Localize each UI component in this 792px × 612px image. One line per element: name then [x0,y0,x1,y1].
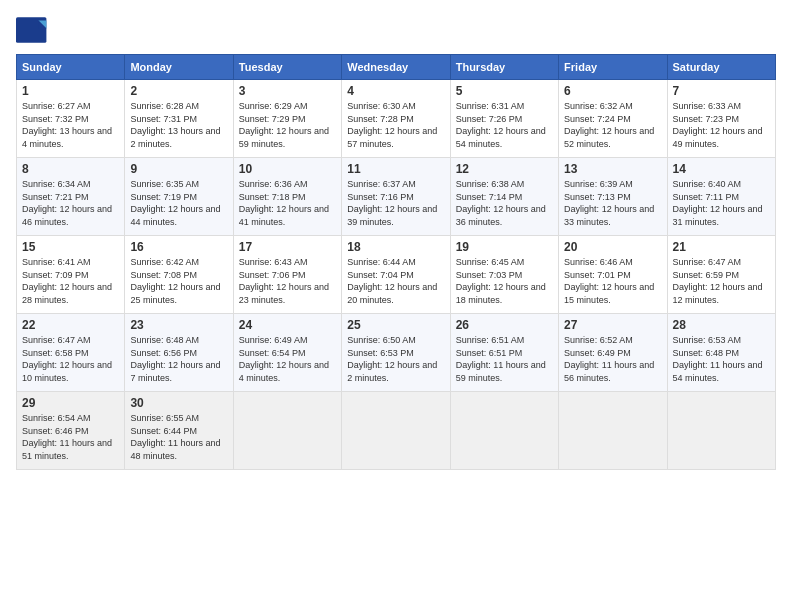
calendar-cell: 16 Sunrise: 6:42 AM Sunset: 7:08 PM Dayl… [125,236,233,314]
weekday-header: Saturday [667,55,775,80]
calendar-cell: 5 Sunrise: 6:31 AM Sunset: 7:26 PM Dayli… [450,80,558,158]
day-number: 18 [347,240,444,254]
calendar-cell: 22 Sunrise: 6:47 AM Sunset: 6:58 PM Dayl… [17,314,125,392]
day-info: Sunrise: 6:33 AM Sunset: 7:23 PM Dayligh… [673,100,770,150]
weekday-header: Sunday [17,55,125,80]
calendar-cell: 11 Sunrise: 6:37 AM Sunset: 7:16 PM Dayl… [342,158,450,236]
weekday-header: Friday [559,55,667,80]
day-number: 23 [130,318,227,332]
day-info: Sunrise: 6:54 AM Sunset: 6:46 PM Dayligh… [22,412,119,462]
calendar-cell: 23 Sunrise: 6:48 AM Sunset: 6:56 PM Dayl… [125,314,233,392]
logo [16,16,52,44]
day-info: Sunrise: 6:29 AM Sunset: 7:29 PM Dayligh… [239,100,336,150]
day-info: Sunrise: 6:28 AM Sunset: 7:31 PM Dayligh… [130,100,227,150]
calendar-cell: 9 Sunrise: 6:35 AM Sunset: 7:19 PM Dayli… [125,158,233,236]
calendar-cell: 25 Sunrise: 6:50 AM Sunset: 6:53 PM Dayl… [342,314,450,392]
day-number: 11 [347,162,444,176]
day-info: Sunrise: 6:51 AM Sunset: 6:51 PM Dayligh… [456,334,553,384]
day-number: 28 [673,318,770,332]
calendar-cell: 17 Sunrise: 6:43 AM Sunset: 7:06 PM Dayl… [233,236,341,314]
page-header [16,16,776,44]
day-number: 8 [22,162,119,176]
day-number: 16 [130,240,227,254]
day-number: 14 [673,162,770,176]
calendar-cell: 10 Sunrise: 6:36 AM Sunset: 7:18 PM Dayl… [233,158,341,236]
day-number: 5 [456,84,553,98]
day-number: 3 [239,84,336,98]
calendar-cell: 29 Sunrise: 6:54 AM Sunset: 6:46 PM Dayl… [17,392,125,470]
day-info: Sunrise: 6:35 AM Sunset: 7:19 PM Dayligh… [130,178,227,228]
day-number: 26 [456,318,553,332]
logo-icon [16,16,48,44]
weekday-header: Tuesday [233,55,341,80]
calendar-cell [667,392,775,470]
day-number: 9 [130,162,227,176]
calendar-cell: 20 Sunrise: 6:46 AM Sunset: 7:01 PM Dayl… [559,236,667,314]
calendar-cell: 14 Sunrise: 6:40 AM Sunset: 7:11 PM Dayl… [667,158,775,236]
day-info: Sunrise: 6:49 AM Sunset: 6:54 PM Dayligh… [239,334,336,384]
day-number: 19 [456,240,553,254]
day-number: 22 [22,318,119,332]
calendar-cell: 26 Sunrise: 6:51 AM Sunset: 6:51 PM Dayl… [450,314,558,392]
calendar-cell: 4 Sunrise: 6:30 AM Sunset: 7:28 PM Dayli… [342,80,450,158]
day-info: Sunrise: 6:55 AM Sunset: 6:44 PM Dayligh… [130,412,227,462]
day-info: Sunrise: 6:40 AM Sunset: 7:11 PM Dayligh… [673,178,770,228]
day-number: 15 [22,240,119,254]
day-info: Sunrise: 6:48 AM Sunset: 6:56 PM Dayligh… [130,334,227,384]
day-number: 25 [347,318,444,332]
day-info: Sunrise: 6:31 AM Sunset: 7:26 PM Dayligh… [456,100,553,150]
day-info: Sunrise: 6:38 AM Sunset: 7:14 PM Dayligh… [456,178,553,228]
calendar-cell [342,392,450,470]
calendar-cell: 19 Sunrise: 6:45 AM Sunset: 7:03 PM Dayl… [450,236,558,314]
calendar-cell [559,392,667,470]
day-info: Sunrise: 6:45 AM Sunset: 7:03 PM Dayligh… [456,256,553,306]
day-number: 1 [22,84,119,98]
calendar-cell: 15 Sunrise: 6:41 AM Sunset: 7:09 PM Dayl… [17,236,125,314]
day-info: Sunrise: 6:36 AM Sunset: 7:18 PM Dayligh… [239,178,336,228]
day-info: Sunrise: 6:47 AM Sunset: 6:59 PM Dayligh… [673,256,770,306]
day-number: 30 [130,396,227,410]
calendar-cell: 24 Sunrise: 6:49 AM Sunset: 6:54 PM Dayl… [233,314,341,392]
calendar-cell: 6 Sunrise: 6:32 AM Sunset: 7:24 PM Dayli… [559,80,667,158]
calendar-cell: 2 Sunrise: 6:28 AM Sunset: 7:31 PM Dayli… [125,80,233,158]
day-number: 7 [673,84,770,98]
day-info: Sunrise: 6:47 AM Sunset: 6:58 PM Dayligh… [22,334,119,384]
weekday-header: Thursday [450,55,558,80]
calendar-cell: 27 Sunrise: 6:52 AM Sunset: 6:49 PM Dayl… [559,314,667,392]
day-info: Sunrise: 6:32 AM Sunset: 7:24 PM Dayligh… [564,100,661,150]
calendar-cell: 7 Sunrise: 6:33 AM Sunset: 7:23 PM Dayli… [667,80,775,158]
day-number: 29 [22,396,119,410]
day-info: Sunrise: 6:42 AM Sunset: 7:08 PM Dayligh… [130,256,227,306]
day-number: 21 [673,240,770,254]
day-number: 4 [347,84,444,98]
calendar-cell: 12 Sunrise: 6:38 AM Sunset: 7:14 PM Dayl… [450,158,558,236]
day-number: 27 [564,318,661,332]
calendar-cell: 1 Sunrise: 6:27 AM Sunset: 7:32 PM Dayli… [17,80,125,158]
day-number: 6 [564,84,661,98]
day-number: 13 [564,162,661,176]
calendar-cell [450,392,558,470]
day-info: Sunrise: 6:46 AM Sunset: 7:01 PM Dayligh… [564,256,661,306]
day-number: 20 [564,240,661,254]
day-info: Sunrise: 6:50 AM Sunset: 6:53 PM Dayligh… [347,334,444,384]
day-info: Sunrise: 6:43 AM Sunset: 7:06 PM Dayligh… [239,256,336,306]
calendar-cell: 18 Sunrise: 6:44 AM Sunset: 7:04 PM Dayl… [342,236,450,314]
calendar-cell: 28 Sunrise: 6:53 AM Sunset: 6:48 PM Dayl… [667,314,775,392]
day-info: Sunrise: 6:30 AM Sunset: 7:28 PM Dayligh… [347,100,444,150]
weekday-header: Monday [125,55,233,80]
day-number: 2 [130,84,227,98]
day-info: Sunrise: 6:52 AM Sunset: 6:49 PM Dayligh… [564,334,661,384]
day-info: Sunrise: 6:34 AM Sunset: 7:21 PM Dayligh… [22,178,119,228]
calendar-cell: 30 Sunrise: 6:55 AM Sunset: 6:44 PM Dayl… [125,392,233,470]
day-number: 17 [239,240,336,254]
day-info: Sunrise: 6:41 AM Sunset: 7:09 PM Dayligh… [22,256,119,306]
day-info: Sunrise: 6:37 AM Sunset: 7:16 PM Dayligh… [347,178,444,228]
calendar-cell [233,392,341,470]
day-number: 10 [239,162,336,176]
day-number: 12 [456,162,553,176]
calendar-cell: 13 Sunrise: 6:39 AM Sunset: 7:13 PM Dayl… [559,158,667,236]
calendar-cell: 21 Sunrise: 6:47 AM Sunset: 6:59 PM Dayl… [667,236,775,314]
day-info: Sunrise: 6:39 AM Sunset: 7:13 PM Dayligh… [564,178,661,228]
calendar-table: SundayMondayTuesdayWednesdayThursdayFrid… [16,54,776,470]
day-number: 24 [239,318,336,332]
